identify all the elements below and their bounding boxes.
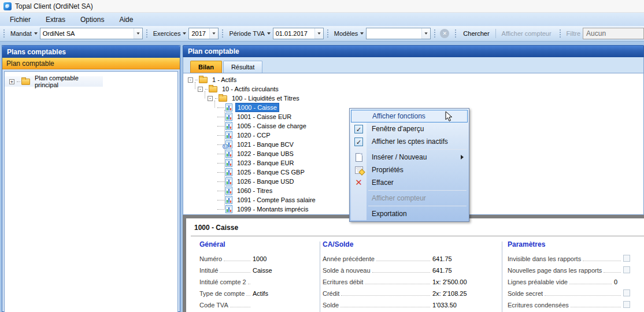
dotted-leader xyxy=(248,284,250,284)
icon-bar xyxy=(230,154,231,157)
toolbar-grip[interactable] xyxy=(221,28,224,39)
icon-bar xyxy=(230,136,231,138)
app-icon xyxy=(3,2,12,10)
field-value: 1x: 2'500.00 xyxy=(432,278,491,287)
expand-icon[interactable]: + xyxy=(9,79,14,84)
tree-item-label: 1021 - Banque BCV xyxy=(235,140,295,148)
icon-bar xyxy=(227,107,228,110)
tree-connector xyxy=(217,117,224,117)
toolbar-grip[interactable] xyxy=(454,28,457,39)
tree-item-plan-comptable-principal[interactable]: + Plan comptable principal xyxy=(5,76,103,87)
chercher-button[interactable]: Chercher xyxy=(458,28,494,39)
tree-connector xyxy=(217,181,224,182)
menu-item-fichier[interactable]: Fichier xyxy=(2,14,38,25)
detail-row: Lignes préalable vide0 xyxy=(508,275,630,287)
menu-item-extras[interactable]: Extras xyxy=(38,14,73,25)
exercices-combobox[interactable]: 2017 xyxy=(188,28,219,39)
chevron-down-icon xyxy=(213,32,216,34)
collapse-icon[interactable]: - xyxy=(208,96,213,101)
menu-item-aide[interactable]: Aide xyxy=(112,14,140,25)
menu-item-options[interactable]: Options xyxy=(73,14,112,25)
toolbar-grip[interactable] xyxy=(2,28,5,39)
menu-item-afficher-les-cptes-inactifs[interactable]: ✓Afficher les cptes inactifs xyxy=(351,135,468,148)
mandat-dropdown-button[interactable]: Mandat xyxy=(7,29,40,38)
modeles-combo-arrow[interactable] xyxy=(421,28,430,39)
tree-item-label: 1022 - Banque UBS xyxy=(235,150,295,158)
tree-item-1025[interactable]: 1025 - Banque CS GBP xyxy=(217,168,306,177)
toolbar-grip[interactable] xyxy=(145,28,148,39)
exercices-combo-arrow[interactable] xyxy=(209,28,218,39)
folder-icon xyxy=(21,79,30,85)
chevron-down-icon xyxy=(34,32,38,35)
tree-guide-line xyxy=(224,110,225,209)
folder-icon xyxy=(209,86,217,92)
detail-row: Code TVA xyxy=(199,298,316,310)
tree-connector xyxy=(17,81,20,82)
tree-connector xyxy=(217,126,224,127)
tree-connector xyxy=(217,200,224,200)
tab-bilan[interactable]: Bilan xyxy=(190,61,222,73)
icon-bar xyxy=(230,210,231,212)
tree-item-1[interactable]: -1 - Actifs xyxy=(188,75,238,84)
menu-item-ins-rer-nouveau[interactable]: Insérer / Nouveau xyxy=(351,151,468,164)
filtre-input[interactable]: Aucun xyxy=(583,28,644,39)
modeles-combobox[interactable] xyxy=(366,28,431,39)
menu-item-label: Effacer xyxy=(367,179,468,187)
toolbar-separator xyxy=(495,29,496,38)
menu-item-label: Afficher compteur xyxy=(367,194,468,202)
tree-item-1060[interactable]: 1060 - Titres xyxy=(217,186,274,195)
tree-item-10[interactable]: -10 - Actifs circulants xyxy=(198,84,280,94)
tab-résultat[interactable]: Résultat xyxy=(223,61,262,73)
tree-item-1001[interactable]: 1001 - Caisse EUR xyxy=(217,112,293,121)
mandat-combo-arrow[interactable] xyxy=(134,28,142,39)
toolbar-grip[interactable] xyxy=(558,28,561,39)
collapse-icon[interactable]: - xyxy=(198,87,203,92)
menu-icon-cell xyxy=(351,166,367,174)
icon-bar xyxy=(228,207,230,212)
tree-item-1000[interactable]: 1000 - Caisse xyxy=(217,103,279,112)
icon-bar xyxy=(228,189,230,194)
periode-tva-combobox[interactable]: 01.01.2017 xyxy=(273,28,324,39)
field-label: Lignes préalable vide xyxy=(508,278,568,287)
toolbar-grip[interactable] xyxy=(326,28,329,39)
field-checkbox[interactable] xyxy=(623,289,630,296)
tree-item-label: Plan comptable principal xyxy=(33,74,103,89)
toolbar-grip[interactable] xyxy=(433,28,436,39)
periode-tva-combo-arrow[interactable] xyxy=(314,28,323,39)
tree-item-100[interactable]: -100 - Liquidités et Titres xyxy=(208,94,301,103)
tree-item-label: 10 - Actifs circulants xyxy=(220,85,280,93)
title-bar: Topal Client (OrdiNet SA) xyxy=(0,0,644,13)
tree-item-1021[interactable]: ↻1021 - Banque BCV xyxy=(217,140,295,149)
detail-row: Année précédente641.75 xyxy=(323,252,491,263)
tree-item-1023[interactable]: 1023 - Banque EUR xyxy=(217,158,295,168)
plan-comptable-list-header[interactable]: Plan comptable xyxy=(2,58,180,69)
modeles-dropdown-button[interactable]: Modèles xyxy=(331,29,367,38)
exercices-dropdown-button[interactable]: Exercices xyxy=(150,29,189,38)
periode-tva-dropdown-button[interactable]: Période TVA xyxy=(225,29,272,38)
modeles-label: Modèles xyxy=(334,30,358,37)
section-header: CA/Solde xyxy=(323,240,491,248)
chevron-down-icon xyxy=(425,32,428,34)
tree-item-1091[interactable]: 1091 - Compte Pass salaire xyxy=(217,195,317,205)
tree-connector xyxy=(217,172,224,173)
menu-item-propri-t-s[interactable]: Propriétés xyxy=(351,164,468,176)
field-label: Numéro xyxy=(199,255,222,263)
mandat-combobox[interactable]: OrdiNet SA xyxy=(40,28,143,39)
tree-guide-line xyxy=(214,101,215,107)
tree-item-1005[interactable]: 1005 - Caisse de charge xyxy=(217,121,308,131)
collapse-icon[interactable]: - xyxy=(188,77,193,83)
tree-item-1026[interactable]: 1026 - Banque USD xyxy=(217,177,295,186)
menu-icon-cell: ✓ xyxy=(351,125,367,133)
field-checkbox[interactable] xyxy=(623,266,630,273)
detail-row: Solde à nouveau641.75 xyxy=(323,263,491,275)
field-checkbox[interactable] xyxy=(623,255,630,262)
tree-item-1020[interactable]: 1020 - CCP xyxy=(217,131,272,140)
filtre-value: Aucun xyxy=(586,29,606,38)
tree-item-1022[interactable]: 1022 - Banque UBS xyxy=(217,149,295,158)
field-value: Actifs xyxy=(253,290,316,298)
menu-item-effacer[interactable]: ✕Effacer xyxy=(351,176,468,189)
menu-item-fen-tre-d-aper-u[interactable]: ✓Fenêtre d'aperçu xyxy=(351,122,468,135)
field-checkbox[interactable] xyxy=(623,301,630,308)
tree-item-1099[interactable]: 1099 - Montants imprécis xyxy=(217,205,310,214)
menu-item-exportation[interactable]: Exportation xyxy=(351,207,468,220)
